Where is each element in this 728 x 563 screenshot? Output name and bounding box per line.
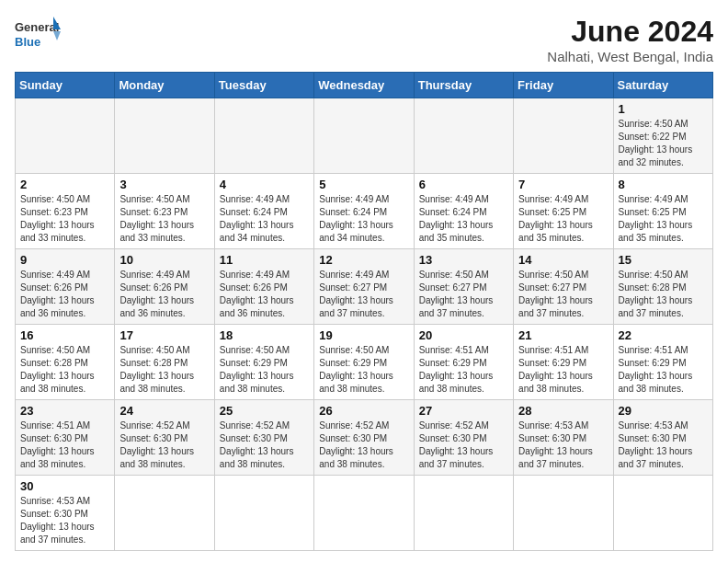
header-day-saturday: Saturday <box>613 73 712 98</box>
cell-sun-info: Sunrise: 4:49 AM Sunset: 6:25 PM Dayligh… <box>619 193 708 245</box>
calendar-week-6: 30Sunrise: 4:53 AM Sunset: 6:30 PM Dayli… <box>16 476 713 551</box>
cell-sun-info: Sunrise: 4:53 AM Sunset: 6:30 PM Dayligh… <box>619 419 708 471</box>
cell-sun-info: Sunrise: 4:49 AM Sunset: 6:24 PM Dayligh… <box>419 193 508 245</box>
day-number: 10 <box>119 253 209 267</box>
day-number: 25 <box>220 404 309 418</box>
day-number: 21 <box>518 328 608 342</box>
day-number: 17 <box>119 328 209 342</box>
day-number: 1 <box>619 102 708 116</box>
calendar-cell: 22Sunrise: 4:51 AM Sunset: 6:29 PM Dayli… <box>613 325 712 400</box>
calendar-cell <box>314 476 414 551</box>
calendar-week-1: 1Sunrise: 4:50 AM Sunset: 6:22 PM Daylig… <box>16 98 713 174</box>
cell-sun-info: Sunrise: 4:51 AM Sunset: 6:29 PM Dayligh… <box>518 344 608 396</box>
day-number: 12 <box>319 253 408 267</box>
day-number: 7 <box>518 178 608 191</box>
header-day-monday: Monday <box>115 73 214 98</box>
day-number: 9 <box>20 253 109 267</box>
day-number: 30 <box>20 479 109 493</box>
calendar-cell: 19Sunrise: 4:50 AM Sunset: 6:29 PM Dayli… <box>314 325 414 400</box>
location-subtitle: Nalhati, West Bengal, India <box>547 49 713 64</box>
cell-sun-info: Sunrise: 4:50 AM Sunset: 6:29 PM Dayligh… <box>220 344 309 396</box>
calendar-cell <box>414 476 513 551</box>
day-number: 19 <box>319 328 408 342</box>
cell-sun-info: Sunrise: 4:51 AM Sunset: 6:29 PM Dayligh… <box>419 344 508 396</box>
calendar-cell: 18Sunrise: 4:50 AM Sunset: 6:29 PM Dayli… <box>214 325 313 400</box>
logo-svg: General Blue <box>15 15 61 52</box>
header: General Blue June 2024 Nalhati, West Ben… <box>15 15 713 64</box>
day-number: 24 <box>119 404 209 418</box>
cell-sun-info: Sunrise: 4:49 AM Sunset: 6:27 PM Dayligh… <box>319 269 408 320</box>
calendar-cell: 21Sunrise: 4:51 AM Sunset: 6:29 PM Dayli… <box>514 325 613 400</box>
day-number: 13 <box>419 253 508 267</box>
calendar-table: SundayMondayTuesdayWednesdayThursdayFrid… <box>15 72 713 551</box>
calendar-cell: 10Sunrise: 4:49 AM Sunset: 6:26 PM Dayli… <box>115 249 214 325</box>
cell-sun-info: Sunrise: 4:52 AM Sunset: 6:30 PM Dayligh… <box>119 419 209 471</box>
day-number: 5 <box>319 178 408 191</box>
calendar-cell <box>115 476 214 551</box>
day-number: 20 <box>419 328 508 342</box>
cell-sun-info: Sunrise: 4:52 AM Sunset: 6:30 PM Dayligh… <box>419 419 508 471</box>
header-row: SundayMondayTuesdayWednesdayThursdayFrid… <box>16 73 713 98</box>
cell-sun-info: Sunrise: 4:50 AM Sunset: 6:28 PM Dayligh… <box>619 269 708 320</box>
header-day-tuesday: Tuesday <box>214 73 313 98</box>
calendar-cell <box>214 98 313 174</box>
calendar-cell: 6Sunrise: 4:49 AM Sunset: 6:24 PM Daylig… <box>414 174 513 249</box>
calendar-cell <box>115 98 214 174</box>
header-day-wednesday: Wednesday <box>314 73 414 98</box>
cell-sun-info: Sunrise: 4:50 AM Sunset: 6:27 PM Dayligh… <box>518 269 608 320</box>
day-number: 14 <box>518 253 608 267</box>
calendar-cell <box>16 98 115 174</box>
calendar-cell: 8Sunrise: 4:49 AM Sunset: 6:25 PM Daylig… <box>613 174 712 249</box>
calendar-cell: 24Sunrise: 4:52 AM Sunset: 6:30 PM Dayli… <box>115 400 214 476</box>
calendar-cell: 28Sunrise: 4:53 AM Sunset: 6:30 PM Dayli… <box>514 400 613 476</box>
day-number: 2 <box>20 178 109 191</box>
cell-sun-info: Sunrise: 4:49 AM Sunset: 6:26 PM Dayligh… <box>20 269 109 320</box>
day-number: 16 <box>20 328 109 342</box>
calendar-cell: 27Sunrise: 4:52 AM Sunset: 6:30 PM Dayli… <box>414 400 513 476</box>
calendar-cell: 29Sunrise: 4:53 AM Sunset: 6:30 PM Dayli… <box>613 400 712 476</box>
calendar-cell <box>414 98 513 174</box>
calendar-week-5: 23Sunrise: 4:51 AM Sunset: 6:30 PM Dayli… <box>16 400 713 476</box>
calendar-cell: 12Sunrise: 4:49 AM Sunset: 6:27 PM Dayli… <box>314 249 414 325</box>
calendar-cell: 26Sunrise: 4:52 AM Sunset: 6:30 PM Dayli… <box>314 400 414 476</box>
day-number: 27 <box>419 404 508 418</box>
cell-sun-info: Sunrise: 4:53 AM Sunset: 6:30 PM Dayligh… <box>20 495 109 546</box>
calendar-cell: 23Sunrise: 4:51 AM Sunset: 6:30 PM Dayli… <box>16 400 115 476</box>
svg-marker-3 <box>53 31 61 40</box>
svg-text:General: General <box>15 20 59 34</box>
cell-sun-info: Sunrise: 4:49 AM Sunset: 6:26 PM Dayligh… <box>119 269 209 320</box>
calendar-cell <box>214 476 313 551</box>
calendar-cell: 4Sunrise: 4:49 AM Sunset: 6:24 PM Daylig… <box>214 174 313 249</box>
cell-sun-info: Sunrise: 4:50 AM Sunset: 6:23 PM Dayligh… <box>119 193 209 245</box>
cell-sun-info: Sunrise: 4:50 AM Sunset: 6:29 PM Dayligh… <box>319 344 408 396</box>
svg-text:Blue: Blue <box>15 35 40 49</box>
calendar-cell: 17Sunrise: 4:50 AM Sunset: 6:28 PM Dayli… <box>115 325 214 400</box>
day-number: 18 <box>220 328 309 342</box>
calendar-week-2: 2Sunrise: 4:50 AM Sunset: 6:23 PM Daylig… <box>16 174 713 249</box>
calendar-cell <box>514 476 613 551</box>
cell-sun-info: Sunrise: 4:50 AM Sunset: 6:22 PM Dayligh… <box>619 118 708 169</box>
cell-sun-info: Sunrise: 4:52 AM Sunset: 6:30 PM Dayligh… <box>220 419 309 471</box>
day-number: 15 <box>619 253 708 267</box>
day-number: 22 <box>619 328 708 342</box>
day-number: 3 <box>119 178 209 191</box>
day-number: 6 <box>419 178 508 191</box>
calendar-cell: 11Sunrise: 4:49 AM Sunset: 6:26 PM Dayli… <box>214 249 313 325</box>
cell-sun-info: Sunrise: 4:50 AM Sunset: 6:28 PM Dayligh… <box>20 344 109 396</box>
day-number: 4 <box>220 178 309 191</box>
calendar-cell: 2Sunrise: 4:50 AM Sunset: 6:23 PM Daylig… <box>16 174 115 249</box>
calendar-cell: 15Sunrise: 4:50 AM Sunset: 6:28 PM Dayli… <box>613 249 712 325</box>
day-number: 23 <box>20 404 109 418</box>
cell-sun-info: Sunrise: 4:50 AM Sunset: 6:28 PM Dayligh… <box>119 344 209 396</box>
calendar-cell: 5Sunrise: 4:49 AM Sunset: 6:24 PM Daylig… <box>314 174 414 249</box>
svg-marker-2 <box>53 17 61 29</box>
cell-sun-info: Sunrise: 4:52 AM Sunset: 6:30 PM Dayligh… <box>319 419 408 471</box>
cell-sun-info: Sunrise: 4:53 AM Sunset: 6:30 PM Dayligh… <box>518 419 608 471</box>
title-block: June 2024 Nalhati, West Bengal, India <box>547 15 713 64</box>
calendar-cell: 13Sunrise: 4:50 AM Sunset: 6:27 PM Dayli… <box>414 249 513 325</box>
calendar-cell: 16Sunrise: 4:50 AM Sunset: 6:28 PM Dayli… <box>16 325 115 400</box>
day-number: 8 <box>619 178 708 191</box>
calendar-cell <box>613 476 712 551</box>
cell-sun-info: Sunrise: 4:49 AM Sunset: 6:24 PM Dayligh… <box>319 193 408 245</box>
day-number: 28 <box>518 404 608 418</box>
